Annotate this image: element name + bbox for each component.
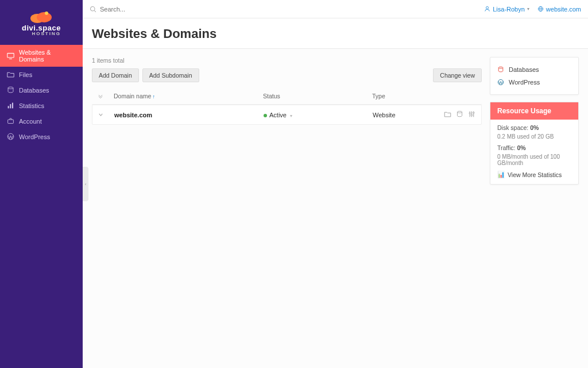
svg-rect-3 <box>7 53 14 57</box>
site-link[interactable]: website.com <box>537 6 581 13</box>
column-header-type[interactable]: Type <box>372 93 476 99</box>
sidebar-item-files[interactable]: Files <box>0 67 83 82</box>
sidebar: divi.space HOSTING Websites & Domains Fi… <box>0 0 83 368</box>
sidebar-item-label: Statistics <box>19 102 44 109</box>
svg-point-11 <box>91 6 95 11</box>
column-header-name[interactable]: Domain name↑ <box>114 93 263 99</box>
svg-point-17 <box>457 111 462 113</box>
domains-table: Domain name↑ Status Type website.com Act… <box>92 88 482 125</box>
svg-point-24 <box>498 67 503 68</box>
folder-icon <box>7 71 14 78</box>
table-header: Domain name↑ Status Type <box>92 88 482 105</box>
change-view-button[interactable]: Change view <box>433 68 482 82</box>
topbar: Lisa-Robyn ▾ website.com <box>83 0 588 18</box>
domain-name-cell[interactable]: website.com <box>114 112 264 118</box>
resource-usage-header: Resource Usage <box>490 102 578 120</box>
items-total: 1 items total <box>92 57 482 64</box>
user-menu[interactable]: Lisa-Robyn ▾ <box>484 6 529 13</box>
main: ‹ Lisa-Robyn ▾ website.com Websites & Do… <box>83 0 588 368</box>
svg-point-23 <box>473 112 474 113</box>
traffic-detail: 0 MB/month used of 100 GB/month <box>497 154 571 166</box>
user-icon <box>484 6 490 12</box>
briefcase-icon <box>7 117 14 125</box>
logo-cloud-icon <box>29 9 53 24</box>
sidebar-nav: Websites & Domains Files Databases Stati… <box>0 45 83 144</box>
search-input[interactable] <box>100 6 215 13</box>
settings-icon[interactable] <box>468 110 475 119</box>
sidebar-item-wordpress[interactable]: WordPress <box>0 129 83 144</box>
sidebar-item-label: Databases <box>19 87 49 94</box>
disk-space-detail: 0.2 MB used of 20 GB <box>497 133 571 140</box>
svg-rect-8 <box>12 103 13 109</box>
sort-asc-icon: ↑ <box>152 94 155 99</box>
add-subdomain-button[interactable]: Add Subdomain <box>142 68 199 82</box>
site-name: website.com <box>546 6 581 13</box>
wordpress-icon <box>7 133 14 140</box>
database-icon[interactable] <box>456 110 463 119</box>
quick-link-label: Databases <box>509 66 539 73</box>
column-header-status[interactable]: Status <box>263 93 372 99</box>
add-domain-button[interactable]: Add Domain <box>92 68 139 82</box>
stats-icon <box>7 102 14 109</box>
svg-point-13 <box>486 6 489 9</box>
status-cell[interactable]: Active ▾ <box>264 112 373 118</box>
wordpress-icon <box>497 79 504 86</box>
sidebar-item-label: Files <box>19 71 32 78</box>
svg-point-2 <box>45 12 48 15</box>
svg-rect-9 <box>8 120 14 124</box>
type-cell: Website <box>373 112 444 118</box>
svg-rect-6 <box>8 106 9 108</box>
logo: divi.space HOSTING <box>0 0 83 45</box>
traffic-line: Traffic: 0% <box>497 144 571 151</box>
page-title: Websites & Domains <box>92 26 579 41</box>
svg-point-21 <box>469 113 470 114</box>
sidebar-item-statistics[interactable]: Statistics <box>0 98 83 113</box>
sidebar-item-websites-domains[interactable]: Websites & Domains <box>0 45 83 67</box>
user-name: Lisa-Robyn <box>493 6 525 13</box>
stats-icon: 📊 <box>497 171 505 178</box>
expand-row-toggle[interactable] <box>98 112 114 117</box>
chevron-down-icon: ▾ <box>290 113 292 118</box>
svg-point-5 <box>8 87 13 89</box>
disk-space-line: Disk space: 0% <box>497 124 571 131</box>
sidebar-item-databases[interactable]: Databases <box>0 82 83 98</box>
expand-all-icon[interactable] <box>98 93 114 99</box>
sidebar-item-label: WordPress <box>19 133 50 140</box>
sidebar-collapse-handle[interactable]: ‹ <box>83 167 88 201</box>
sidebar-item-account[interactable]: Account <box>0 113 83 129</box>
svg-line-12 <box>94 10 96 12</box>
svg-point-1 <box>37 12 52 22</box>
quick-link-label: WordPress <box>509 79 540 86</box>
view-more-statistics-link[interactable]: 📊 View More Statistics <box>497 171 571 178</box>
svg-point-22 <box>471 114 472 116</box>
file-manager-icon[interactable] <box>444 110 451 119</box>
resource-usage-card: Resource Usage Disk space: 0% 0.2 MB use… <box>490 102 579 185</box>
table-row: website.com Active ▾ Website <box>92 105 482 125</box>
chevron-down-icon: ▾ <box>527 6 529 12</box>
status-dot-icon <box>264 114 267 117</box>
quick-link-wordpress[interactable]: WordPress <box>497 76 571 89</box>
svg-rect-7 <box>10 104 11 108</box>
database-icon <box>7 86 14 94</box>
monitor-icon <box>7 52 14 60</box>
search-icon <box>90 6 96 13</box>
database-icon <box>497 66 504 73</box>
sidebar-item-label: Account <box>19 118 42 125</box>
quick-links-card: Databases WordPress <box>490 57 579 95</box>
globe-icon <box>537 6 544 12</box>
sidebar-item-label: Websites & Domains <box>19 49 76 63</box>
quick-link-databases[interactable]: Databases <box>497 63 571 76</box>
